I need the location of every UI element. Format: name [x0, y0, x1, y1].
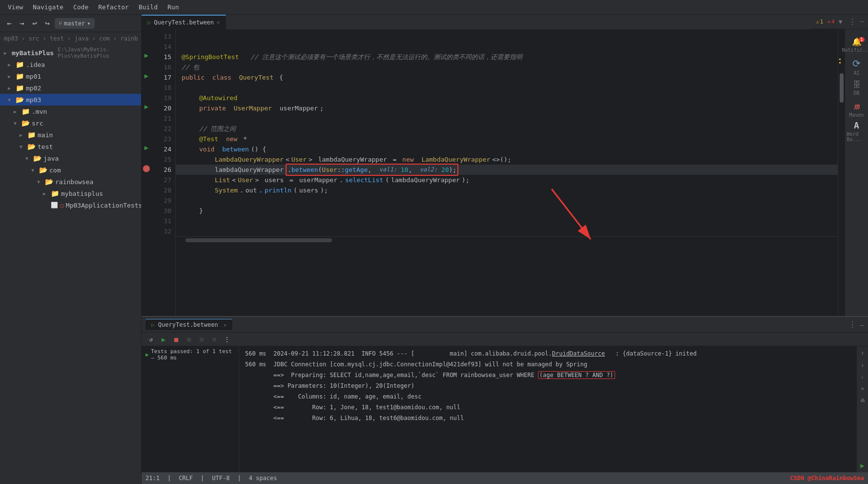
status-position[interactable]: 21:1 — [145, 475, 160, 482]
db-panel-button[interactable]: 🗄 DB — [847, 78, 867, 98]
run-icon[interactable]: ▶ — [145, 103, 148, 110]
type-name: LambdaQueryWrapper — [421, 154, 490, 165]
redo-button[interactable]: ↪ — [42, 18, 53, 29]
code-line-20: private UserMapper userMapper; — [176, 103, 838, 113]
scroll-up-button[interactable]: ↑ — [858, 348, 868, 358]
status-spaces[interactable]: 4 spaces — [249, 475, 277, 482]
test-tree-item[interactable]: ▶ Tests passed: 1 of 1 test – 560 ms — [142, 346, 239, 363]
filter-button[interactable]: ⊘ — [209, 334, 220, 345]
scroll-to-end-button[interactable]: ⇓ — [858, 372, 868, 381]
run-icon: ▶ — [162, 336, 165, 343]
code-content[interactable]: @SpringBootTest // 注意这个测试必须要有一个场景类才行，不然是… — [176, 29, 838, 316]
gutter-29 — [142, 193, 151, 204]
run-test-button[interactable]: ▶ — [158, 334, 169, 345]
menu-build[interactable]: Build — [135, 2, 162, 12]
status-separator-3: | — [237, 475, 241, 482]
tree-item-java[interactable]: ▼ 📂 java — [0, 152, 141, 164]
log-time — [245, 392, 269, 401]
variable: lambdaQueryWrapper — [391, 175, 460, 185]
branch-selector[interactable]: ⑂ master ▾ — [55, 18, 95, 29]
tab-close-button[interactable]: ✕ — [217, 20, 220, 25]
expand-icon: ▶ — [20, 132, 25, 138]
word-book-panel-button[interactable]: A Word Bo... — [847, 121, 867, 141]
horizontal-scrollbar[interactable] — [176, 236, 838, 243]
stop-button[interactable]: ■ — [171, 334, 182, 345]
more-options-button[interactable]: ⋮ — [222, 334, 232, 345]
scroll-down-button[interactable]: ↓ — [858, 360, 868, 370]
maven-panel-button[interactable]: m Maven — [847, 100, 867, 119]
run-icon[interactable]: ▶ — [145, 51, 148, 59]
expand-indicators-button[interactable]: ▼ — [839, 18, 843, 25]
rerun-button[interactable]: ↺ — [145, 334, 156, 345]
menu-view[interactable]: View — [4, 2, 27, 12]
minimize-button[interactable]: — — [860, 17, 864, 26]
menu-navigate[interactable]: Navigate — [29, 2, 67, 12]
bottom-active-tab[interactable]: ▷ QueryTest.between ✕ — [145, 319, 232, 330]
method-call: println — [265, 185, 291, 195]
tree-item-main[interactable]: ▶ 📁 main — [0, 129, 141, 141]
test-toolbar: ↺ ▶ ■ ⊞ ⊟ ⊘ ⋮ — [142, 333, 868, 346]
code-line-26: lambdaQueryWrapper .between(User::getAge… — [176, 165, 838, 175]
tree-item-com[interactable]: ▼ 📂 com — [0, 164, 141, 176]
method-ref: getAge — [345, 165, 368, 175]
tree-item-src[interactable]: ▼ 📂 src — [0, 117, 141, 129]
tab-menu-button[interactable]: ⋮ — [847, 17, 858, 26]
collapse-all-button[interactable]: ⊟ — [196, 334, 207, 345]
tree-item-mp02[interactable]: ▶ 📁 mp02 — [0, 82, 141, 94]
error-number: 4 — [831, 19, 835, 25]
expand-icon: ▶ — [14, 109, 20, 114]
sidebar: ← → ↩ ↪ ⑂ master ▾ mp03 › src › test › j… — [0, 15, 142, 484]
param-hint-val1: val1: — [379, 165, 397, 175]
gutter-20: ▶ — [142, 101, 151, 111]
bottom-tab-menu-button[interactable]: ⋮ — [847, 320, 858, 329]
expand-all-button[interactable]: ⊞ — [184, 334, 194, 345]
branch-name: master — [64, 20, 85, 27]
nav-back-button[interactable]: ← — [4, 18, 15, 29]
editor-vertical-scrollbar[interactable] — [838, 29, 845, 316]
status-encoding[interactable]: UTF-8 — [212, 475, 229, 482]
project-root[interactable]: ▶ myBatisPlus E:\Java\MyBatis-Plus\myBat… — [0, 47, 141, 59]
tree-item-mp01[interactable]: ▶ 📁 mp01 — [0, 70, 141, 82]
run-icon[interactable]: ▶ — [145, 144, 148, 151]
undo-button[interactable]: ↩ — [29, 18, 40, 29]
log-content[interactable]: 560 ms 2024-09-21 11:12:28.821 INFO 5456… — [239, 346, 856, 472]
project-path: E:\Java\MyBatis-Plus\myBatisPlus — [58, 46, 137, 59]
nav-forward-button[interactable]: → — [17, 18, 27, 29]
type-param: User — [238, 175, 253, 185]
tree-item-mp03apptests[interactable]: ▶ ⬜ ○ Mp03ApplicationTests — [0, 199, 141, 211]
type-name: UserMapper — [234, 103, 272, 113]
comment: // 包 — [182, 62, 199, 72]
sidebar-label: DB — [853, 90, 859, 96]
folder-icon: 📁 — [51, 189, 59, 197]
tree-item-test[interactable]: ▼ 📂 test — [0, 141, 141, 152]
tree-item-idea[interactable]: ▶ 📁 .idea — [0, 59, 141, 70]
warning-count: ⚠ 1 — [816, 19, 823, 25]
run-bottom-button[interactable]: ▶ — [858, 461, 868, 470]
tab-close-button[interactable]: ✕ — [224, 322, 227, 328]
right-panel: ▷ QueryTest.between ✕ ⚠ 1 ✕ 4 ▼ ⋮ — — [142, 15, 868, 484]
menu-code[interactable]: Code — [69, 2, 92, 12]
status-line-sep[interactable]: CRLF — [179, 475, 193, 482]
menu-refactor[interactable]: Refactor — [94, 2, 133, 12]
class-ref: System — [215, 185, 238, 195]
gutter-13 — [142, 29, 151, 40]
annotation: @Test — [199, 134, 218, 144]
code-line-27: List<User> users = userMapper.selectList… — [176, 175, 838, 185]
bottom-minimize-button[interactable]: — — [860, 321, 864, 329]
print-button[interactable]: 🖶 — [858, 395, 868, 405]
menu-run[interactable]: Run — [164, 2, 183, 12]
folder-icon: 📂 — [27, 143, 36, 150]
tree-item-mp03[interactable]: ▼ 📂 mp03 — [0, 94, 141, 105]
tree-item-mybatisplus[interactable]: ▶ 📁 mybatisplus — [0, 188, 141, 199]
tree-item-mvn[interactable]: ▶ 📁 .mvn — [0, 105, 141, 117]
tree-item-rainbowsea[interactable]: ▼ 📂 rainbowsea — [0, 176, 141, 188]
variable: userMapper — [280, 103, 318, 113]
ai-panel-button[interactable]: ⟳ AI — [847, 57, 867, 76]
filter-log-button[interactable]: ≡ — [858, 383, 868, 393]
notifications-panel-button[interactable]: 🔔 1 Notific... — [847, 35, 867, 55]
method-call: between — [291, 165, 318, 175]
tree-label: mp01 — [26, 73, 41, 80]
run-icon[interactable]: ▶ — [145, 72, 148, 80]
breakpoint-icon[interactable]: ⬤ — [143, 164, 150, 172]
active-editor-tab[interactable]: ▷ QueryTest.between ✕ — [142, 15, 226, 29]
